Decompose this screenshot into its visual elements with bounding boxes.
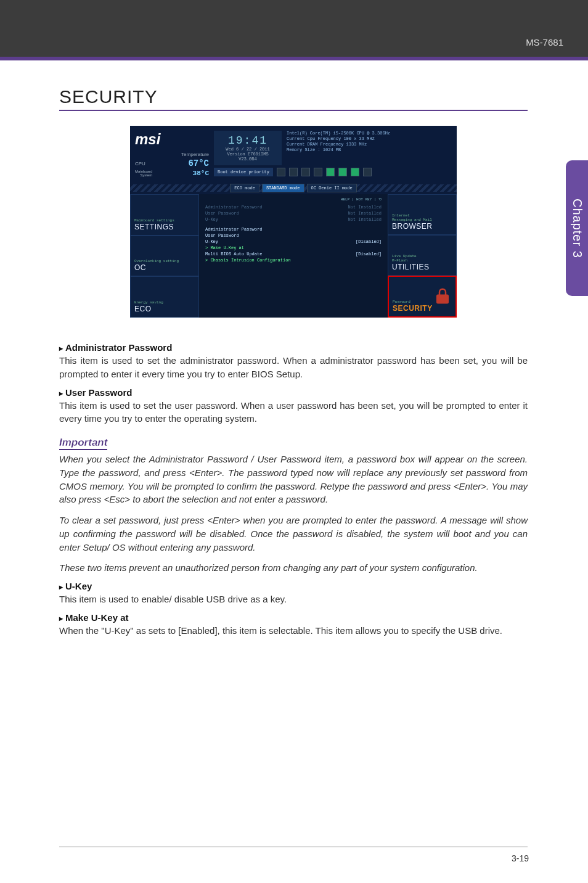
model-label: MS-7681	[526, 37, 563, 47]
boot-device-icon[interactable]	[363, 168, 372, 176]
help-bar: HELP | HOT KEY | ⟲	[205, 197, 382, 202]
tile-oc[interactable]: Overclocking setting OC	[130, 236, 199, 277]
tile-utilities[interactable]: Live Update M-Flash UTILITIES	[388, 235, 457, 276]
tile-settings[interactable]: Mainboard settings SETTINGS	[130, 194, 199, 236]
info-line: Intel(R) Core(TM) i5-2500K CPU @ 3.30GHz	[287, 131, 452, 136]
clock-time: 19:41	[218, 134, 278, 147]
menu-multi-bios[interactable]: Multi BIOS Auto Update[Disabled]	[205, 251, 382, 257]
system-label: Mainboard System	[135, 170, 152, 177]
tile-eco[interactable]: Energy saving ECO	[130, 276, 199, 318]
boot-device-usb-icon[interactable]	[351, 168, 359, 176]
menu-chassis-intrusion[interactable]: > Chassis Intrusion Configuration	[205, 257, 382, 263]
info-line: Current DRAM Frequency 1333 MHz	[287, 142, 452, 147]
info-line: Current Cpu Frequency 100 x 33 MHZ	[287, 136, 452, 142]
tile-sub: Overclocking setting	[134, 259, 195, 263]
cpu-label: CPU	[135, 161, 145, 166]
standard-mode-button[interactable]: STANDARD mode	[262, 184, 304, 192]
status-row: User PasswordNot Installed	[205, 210, 382, 216]
security-options-panel: HELP | HOT KEY | ⟲ Administrator Passwor…	[199, 194, 388, 318]
temperature-label: Temperature	[135, 152, 209, 157]
lock-icon	[433, 287, 452, 305]
tile-sub: Live Update M-Flash	[392, 254, 452, 263]
menu-ukey[interactable]: U-Key[Disabled]	[205, 239, 382, 245]
important-heading: Important	[59, 437, 528, 449]
oc-genie-mode-button[interactable]: OC Genie II mode	[307, 184, 357, 192]
boot-device-icon[interactable]	[289, 168, 298, 176]
footer-rule	[59, 847, 528, 847]
admin-password-heading: Administrator Password	[59, 342, 528, 353]
tile-title: SECURITY	[393, 304, 452, 313]
user-password-body: This item is used to set the user passwo…	[59, 399, 528, 426]
clock-block: 19:41 Wed 6 / 22 / 2011 Version E7681IMS…	[214, 131, 282, 165]
boot-device-icon[interactable]	[314, 168, 322, 176]
boot-priority-row: Boot device priority	[214, 168, 452, 176]
status-row: U-KeyNot Installed	[205, 216, 382, 223]
menu-admin-password[interactable]: Administrator Password	[205, 226, 382, 232]
important-p3: These two items prevent an unauthorized …	[59, 561, 528, 575]
cpu-temp-unit: °C	[198, 158, 209, 168]
tile-security[interactable]: Password SECURITY	[388, 276, 457, 318]
header-rule	[0, 57, 588, 60]
make-ukey-heading: Make U-Key at	[59, 612, 528, 623]
important-p1: When you select the Administrator Passwo…	[59, 453, 528, 506]
admin-password-body: This item is used to set the administrat…	[59, 354, 528, 381]
cpu-temp-value: 67	[188, 158, 198, 168]
chapter-label: Chapter 3	[570, 199, 584, 258]
tile-title: ECO	[134, 305, 195, 313]
ukey-body: This item is used to enable/ disable USB…	[59, 593, 528, 606]
clock-date: Wed 6 / 22 / 2011	[218, 147, 278, 152]
bios-screenshot: msi Temperature CPU 67°C Mainboard Syste…	[130, 126, 457, 318]
page-title: SECURITY	[59, 86, 528, 111]
boot-device-icon[interactable]	[301, 168, 310, 176]
mode-bar: ECO mode STANDARD mode OC Genie II mode	[130, 184, 457, 192]
user-password-heading: User Password	[59, 387, 528, 398]
msi-logo: msi	[135, 131, 209, 148]
make-ukey-body: When the "U-Key" as sets to [Enabled], t…	[59, 624, 528, 638]
menu-user-password[interactable]: User Password	[205, 232, 382, 239]
ukey-heading: U-Key	[59, 581, 528, 591]
tile-browser[interactable]: Internet Messaging and Mail BROWSER	[388, 194, 457, 235]
boot-device-usb-icon[interactable]	[326, 168, 335, 176]
page-number: 3-19	[512, 853, 529, 863]
tile-title: SETTINGS	[134, 223, 195, 231]
tile-title: UTILITIES	[392, 263, 452, 271]
eco-mode-button[interactable]: ECO mode	[230, 184, 259, 192]
tile-sub: Internet Messaging and Mail	[392, 213, 452, 222]
important-p2: To clear a set password, just press <Ent…	[59, 514, 528, 554]
status-row: Administrator PasswordNot Installed	[205, 204, 382, 210]
tile-title: OC	[134, 263, 195, 272]
menu-make-ukey[interactable]: > Make U-Key at	[205, 245, 382, 251]
important-label: Important	[59, 437, 107, 450]
tile-sub: Energy saving	[134, 300, 195, 305]
tile-sub: Mainboard settings	[134, 218, 195, 223]
system-temp-value: 38°C	[193, 170, 209, 177]
page-header-bar: MS-7681	[0, 0, 588, 57]
boot-device-usb-icon[interactable]	[338, 168, 347, 176]
bios-version: Version E7681IMS V23.0B4	[218, 152, 278, 162]
tile-title: BROWSER	[392, 222, 452, 231]
boot-device-icon[interactable]	[277, 168, 285, 176]
boot-priority-label[interactable]: Boot device priority	[214, 168, 273, 176]
cpu-info-block: Intel(R) Core(TM) i5-2500K CPU @ 3.30GHz…	[287, 131, 452, 165]
chapter-side-tab: Chapter 3	[566, 160, 588, 296]
info-line: Memory Size : 1024 MB	[287, 147, 452, 153]
